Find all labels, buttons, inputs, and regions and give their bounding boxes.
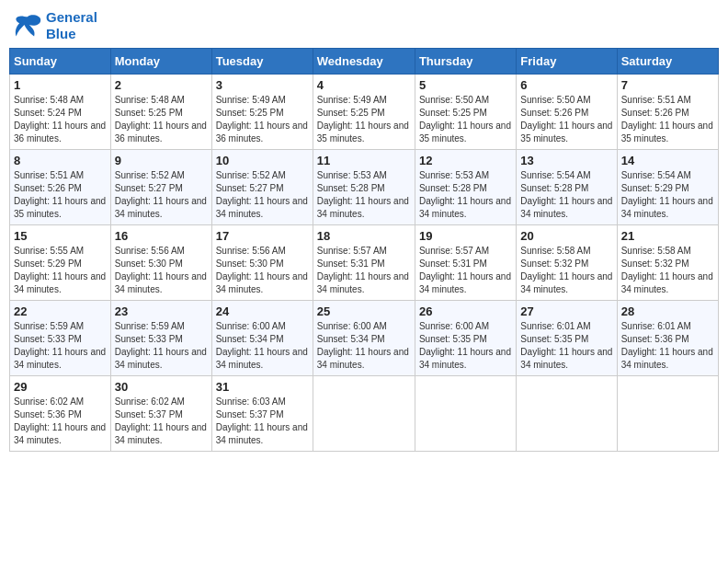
calendar-cell <box>617 376 718 452</box>
calendar-cell <box>517 376 617 452</box>
day-number: 21 <box>621 229 714 243</box>
calendar-cell: 17Sunrise: 5:56 AM Sunset: 5:30 PM Dayli… <box>211 225 313 301</box>
day-number: 3 <box>216 78 309 92</box>
day-number: 18 <box>317 229 411 243</box>
day-info: Sunrise: 5:53 AM Sunset: 5:28 PM Dayligh… <box>419 169 512 221</box>
column-header-wednesday: Wednesday <box>313 49 415 75</box>
day-number: 23 <box>115 304 208 318</box>
calendar-cell: 27Sunrise: 6:01 AM Sunset: 5:35 PM Dayli… <box>517 301 617 376</box>
day-info: Sunrise: 5:56 AM Sunset: 5:30 PM Dayligh… <box>216 245 309 296</box>
day-number: 2 <box>115 78 208 92</box>
calendar-week-row: 8Sunrise: 5:51 AM Sunset: 5:26 PM Daylig… <box>10 150 719 225</box>
day-info: Sunrise: 5:48 AM Sunset: 5:24 PM Dayligh… <box>14 94 107 145</box>
day-number: 31 <box>216 380 309 394</box>
day-info: Sunrise: 5:52 AM Sunset: 5:27 PM Dayligh… <box>115 169 208 221</box>
day-number: 17 <box>216 229 309 243</box>
day-info: Sunrise: 5:49 AM Sunset: 5:25 PM Dayligh… <box>216 94 309 145</box>
calendar-cell: 2Sunrise: 5:48 AM Sunset: 5:25 PM Daylig… <box>110 75 211 150</box>
logo-icon <box>13 13 42 39</box>
day-info: Sunrise: 5:53 AM Sunset: 5:28 PM Dayligh… <box>317 169 411 221</box>
calendar-cell: 7Sunrise: 5:51 AM Sunset: 5:26 PM Daylig… <box>617 75 718 150</box>
day-number: 10 <box>216 154 309 167</box>
calendar-cell <box>313 376 415 452</box>
calendar-cell: 6Sunrise: 5:50 AM Sunset: 5:26 PM Daylig… <box>517 75 617 150</box>
day-number: 29 <box>14 380 107 394</box>
calendar-cell: 11Sunrise: 5:53 AM Sunset: 5:28 PM Dayli… <box>313 150 415 225</box>
calendar-table: SundayMondayTuesdayWednesdayThursdayFrid… <box>9 48 719 452</box>
calendar-cell: 10Sunrise: 5:52 AM Sunset: 5:27 PM Dayli… <box>211 150 313 225</box>
calendar-header-row: SundayMondayTuesdayWednesdayThursdayFrid… <box>10 49 719 75</box>
calendar-cell: 5Sunrise: 5:50 AM Sunset: 5:25 PM Daylig… <box>415 75 516 150</box>
day-info: Sunrise: 5:49 AM Sunset: 5:25 PM Dayligh… <box>317 94 411 145</box>
day-info: Sunrise: 6:01 AM Sunset: 5:35 PM Dayligh… <box>520 320 612 372</box>
day-info: Sunrise: 5:50 AM Sunset: 5:25 PM Dayligh… <box>419 94 512 145</box>
day-info: Sunrise: 5:52 AM Sunset: 5:27 PM Dayligh… <box>216 169 309 221</box>
day-number: 15 <box>14 229 107 243</box>
day-info: Sunrise: 5:48 AM Sunset: 5:25 PM Dayligh… <box>115 94 208 145</box>
day-number: 6 <box>520 78 612 92</box>
calendar-cell: 20Sunrise: 5:58 AM Sunset: 5:32 PM Dayli… <box>517 225 617 301</box>
day-info: Sunrise: 5:59 AM Sunset: 5:33 PM Dayligh… <box>14 320 107 372</box>
logo-text: General Blue <box>46 9 97 42</box>
calendar-cell: 16Sunrise: 5:56 AM Sunset: 5:30 PM Dayli… <box>110 225 211 301</box>
day-number: 28 <box>621 304 714 318</box>
calendar-cell: 21Sunrise: 5:58 AM Sunset: 5:32 PM Dayli… <box>617 225 718 301</box>
calendar-cell: 26Sunrise: 6:00 AM Sunset: 5:35 PM Dayli… <box>415 301 516 376</box>
day-info: Sunrise: 5:50 AM Sunset: 5:26 PM Dayligh… <box>520 94 612 145</box>
calendar-cell: 8Sunrise: 5:51 AM Sunset: 5:26 PM Daylig… <box>10 150 111 225</box>
calendar-cell: 24Sunrise: 6:00 AM Sunset: 5:34 PM Dayli… <box>211 301 313 376</box>
day-info: Sunrise: 5:54 AM Sunset: 5:28 PM Dayligh… <box>520 169 612 221</box>
column-header-tuesday: Tuesday <box>211 49 313 75</box>
calendar-cell: 28Sunrise: 6:01 AM Sunset: 5:36 PM Dayli… <box>617 301 718 376</box>
day-info: Sunrise: 5:59 AM Sunset: 5:33 PM Dayligh… <box>115 320 208 372</box>
day-info: Sunrise: 5:58 AM Sunset: 5:32 PM Dayligh… <box>621 245 714 296</box>
day-info: Sunrise: 6:02 AM Sunset: 5:37 PM Dayligh… <box>115 396 208 447</box>
calendar-cell: 30Sunrise: 6:02 AM Sunset: 5:37 PM Dayli… <box>110 376 211 452</box>
day-number: 11 <box>317 154 411 167</box>
day-number: 7 <box>621 78 714 92</box>
day-number: 13 <box>520 154 612 167</box>
page-header: General Blue <box>9 9 719 42</box>
column-header-friday: Friday <box>517 49 617 75</box>
day-info: Sunrise: 5:57 AM Sunset: 5:31 PM Dayligh… <box>419 245 512 296</box>
day-info: Sunrise: 5:55 AM Sunset: 5:29 PM Dayligh… <box>14 245 107 296</box>
calendar-cell: 29Sunrise: 6:02 AM Sunset: 5:36 PM Dayli… <box>10 376 111 452</box>
column-header-saturday: Saturday <box>617 49 718 75</box>
logo: General Blue <box>13 9 97 42</box>
day-info: Sunrise: 5:58 AM Sunset: 5:32 PM Dayligh… <box>520 245 612 296</box>
day-number: 16 <box>115 229 208 243</box>
day-number: 9 <box>115 154 208 167</box>
column-header-thursday: Thursday <box>415 49 516 75</box>
calendar-cell: 15Sunrise: 5:55 AM Sunset: 5:29 PM Dayli… <box>10 225 111 301</box>
calendar-cell: 18Sunrise: 5:57 AM Sunset: 5:31 PM Dayli… <box>313 225 415 301</box>
day-number: 12 <box>419 154 512 167</box>
day-number: 5 <box>419 78 512 92</box>
calendar-cell <box>415 376 516 452</box>
day-info: Sunrise: 6:00 AM Sunset: 5:34 PM Dayligh… <box>216 320 309 372</box>
day-info: Sunrise: 5:51 AM Sunset: 5:26 PM Dayligh… <box>14 169 107 221</box>
calendar-cell: 19Sunrise: 5:57 AM Sunset: 5:31 PM Dayli… <box>415 225 516 301</box>
day-number: 19 <box>419 229 512 243</box>
day-info: Sunrise: 6:03 AM Sunset: 5:37 PM Dayligh… <box>216 396 309 447</box>
day-info: Sunrise: 6:01 AM Sunset: 5:36 PM Dayligh… <box>621 320 714 372</box>
day-number: 25 <box>317 304 411 318</box>
day-info: Sunrise: 6:00 AM Sunset: 5:35 PM Dayligh… <box>419 320 512 372</box>
calendar-cell: 4Sunrise: 5:49 AM Sunset: 5:25 PM Daylig… <box>313 75 415 150</box>
calendar-cell: 3Sunrise: 5:49 AM Sunset: 5:25 PM Daylig… <box>211 75 313 150</box>
calendar-cell: 25Sunrise: 6:00 AM Sunset: 5:34 PM Dayli… <box>313 301 415 376</box>
calendar-cell: 31Sunrise: 6:03 AM Sunset: 5:37 PM Dayli… <box>211 376 313 452</box>
column-header-sunday: Sunday <box>10 49 111 75</box>
day-info: Sunrise: 6:00 AM Sunset: 5:34 PM Dayligh… <box>317 320 411 372</box>
day-info: Sunrise: 5:56 AM Sunset: 5:30 PM Dayligh… <box>115 245 208 296</box>
day-info: Sunrise: 6:02 AM Sunset: 5:36 PM Dayligh… <box>14 396 107 447</box>
calendar-cell: 1Sunrise: 5:48 AM Sunset: 5:24 PM Daylig… <box>10 75 111 150</box>
day-number: 30 <box>115 380 208 394</box>
calendar-cell: 13Sunrise: 5:54 AM Sunset: 5:28 PM Dayli… <box>517 150 617 225</box>
calendar-cell: 9Sunrise: 5:52 AM Sunset: 5:27 PM Daylig… <box>110 150 211 225</box>
calendar-cell: 22Sunrise: 5:59 AM Sunset: 5:33 PM Dayli… <box>10 301 111 376</box>
calendar-week-row: 1Sunrise: 5:48 AM Sunset: 5:24 PM Daylig… <box>10 75 719 150</box>
calendar-cell: 14Sunrise: 5:54 AM Sunset: 5:29 PM Dayli… <box>617 150 718 225</box>
day-number: 26 <box>419 304 512 318</box>
day-info: Sunrise: 5:57 AM Sunset: 5:31 PM Dayligh… <box>317 245 411 296</box>
calendar-week-row: 15Sunrise: 5:55 AM Sunset: 5:29 PM Dayli… <box>10 225 719 301</box>
